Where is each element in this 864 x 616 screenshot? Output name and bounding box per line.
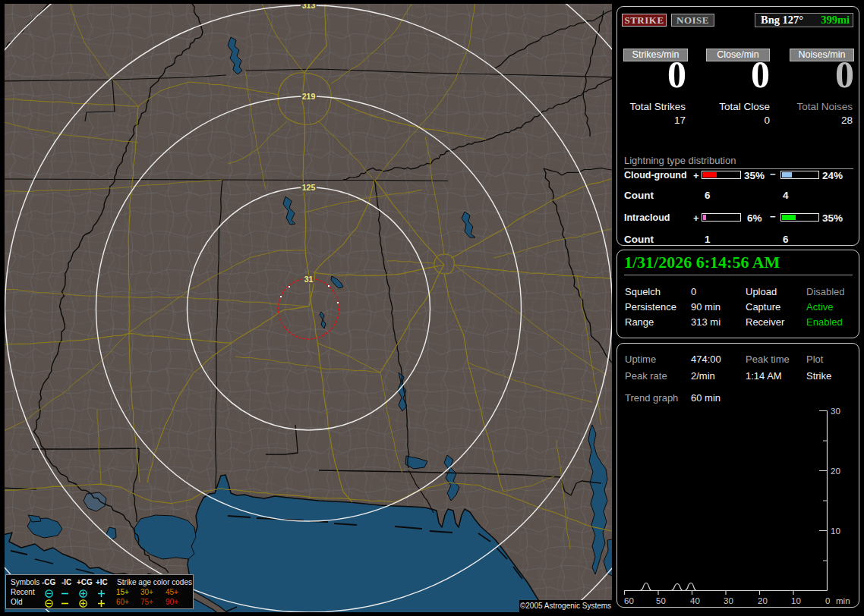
svg-text:10: 10 xyxy=(831,526,840,536)
svg-text:30: 30 xyxy=(831,407,840,416)
svg-text:219: 219 xyxy=(302,92,316,101)
svg-text:0: 0 xyxy=(825,596,830,605)
svg-text:min: min xyxy=(836,596,850,605)
svg-text:125: 125 xyxy=(302,183,316,192)
svg-text:10: 10 xyxy=(791,596,801,605)
svg-text:313: 313 xyxy=(302,1,316,10)
svg-text:50: 50 xyxy=(656,596,666,605)
svg-text:20: 20 xyxy=(758,596,768,605)
svg-text:60: 60 xyxy=(624,596,634,605)
svg-text:20: 20 xyxy=(831,467,840,476)
svg-text:40: 40 xyxy=(690,596,700,605)
svg-text:31: 31 xyxy=(304,275,314,284)
svg-text:30: 30 xyxy=(724,596,733,605)
